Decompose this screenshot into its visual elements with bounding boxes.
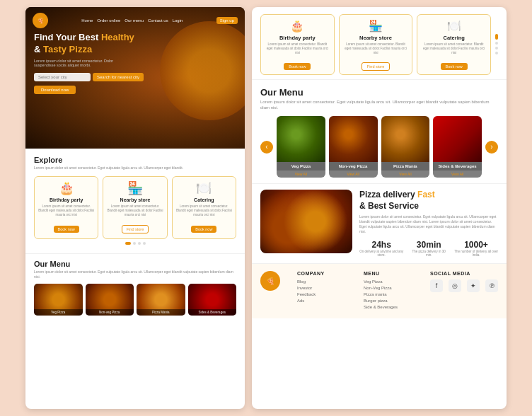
catering-desc: Lorem ipsum sit amet consectetur. Blandi… <box>176 204 232 217</box>
right-dot-4 <box>495 52 498 54</box>
top-store-title: Nearby store <box>343 35 409 41</box>
navigation: 🍕 Home Order online Our menu Contact us … <box>25 13 245 28</box>
dot-2 <box>133 242 136 245</box>
birthday-btn[interactable]: Book now <box>54 226 79 233</box>
pizza-mania-label: Pizza Mania <box>137 309 185 316</box>
footer-company-title: COMPANY <box>297 271 355 276</box>
veg-pizza-thumb[interactable]: Veg Pizza <box>34 284 83 316</box>
footer-beverages[interactable]: Side & Beverages <box>364 305 422 309</box>
dot-3 <box>138 242 141 245</box>
left-panel: 🍕 Home Order online Our menu Contact us … <box>25 7 245 409</box>
menu-desc-left: Lorem ipsum dolor sit amet consectetur. … <box>34 270 236 279</box>
footer-logo: 🍕 <box>260 271 280 291</box>
carousel-prev-arrow[interactable]: ‹ <box>260 141 273 154</box>
beverages-label: Sides & Beverages <box>188 309 237 316</box>
footer-pizza-mania[interactable]: Pizza mania <box>364 292 422 296</box>
stat-hours: 24hs On delivery at anytime and any stor… <box>359 240 403 258</box>
non-veg-pizza-viewall[interactable]: View All <box>329 171 378 178</box>
instagram-icon[interactable]: ◎ <box>449 279 461 292</box>
footer-menu-title: MENU <box>364 271 422 276</box>
stat-time-value: 30min <box>412 240 446 250</box>
footer-non-veg-pizza[interactable]: Non-Veg Pizza <box>364 286 422 290</box>
menu-desc-right: Lorem ipsum dolor sit amet consectetur. … <box>260 99 498 111</box>
pizza-mania-thumb[interactable]: Pizza Mania <box>137 284 185 316</box>
catering-btn[interactable]: Book now <box>191 226 216 233</box>
footer-investor[interactable]: Investor <box>297 286 355 290</box>
store-btn[interactable]: Find store <box>122 225 149 233</box>
search-input[interactable] <box>34 73 91 81</box>
hero-section: 🍕 Home Order online Our menu Contact us … <box>25 7 245 149</box>
delivery-stats: 24hs On delivery at anytime and any stor… <box>359 240 498 258</box>
facebook-icon[interactable]: f <box>430 279 443 292</box>
veg-pizza-image <box>277 116 325 162</box>
veg-pizza-card[interactable]: Veg Pizza View All <box>277 116 325 178</box>
delivery-image <box>260 190 352 253</box>
right-dot-1 <box>495 34 498 40</box>
top-catering-btn[interactable]: Book now <box>441 63 468 70</box>
pizza-mania-viewall[interactable]: View All <box>381 171 430 178</box>
footer-feedback[interactable]: Feedback <box>297 292 355 296</box>
stat-time-label: The pizza delivery in 30 min. <box>412 250 446 258</box>
footer-veg-pizza[interactable]: Veg Pizza <box>364 279 422 284</box>
logo: 🍕 <box>33 13 48 28</box>
signin-button[interactable]: Sign up <box>216 17 238 24</box>
carousel-dots <box>34 239 236 248</box>
search-button[interactable]: Search for nearest city <box>93 73 144 81</box>
hero-subtitle: Lorem ipsum dolor sit amet consectetur. … <box>34 59 133 67</box>
beverages-card[interactable]: Sides & Beverages View All <box>433 116 482 178</box>
top-birthday-card: 🎂 Birthday party Lorem ipsum sit amet co… <box>260 14 335 75</box>
veg-pizza-label: Veg Pizza <box>34 309 83 316</box>
menu-carousel-right: ‹ Veg Pizza View All Non-veg Pizza View … <box>260 116 498 178</box>
footer-logo-section: 🍕 <box>260 271 289 311</box>
footer-ads[interactable]: Ads <box>297 299 355 303</box>
stat-hours-label: On delivery at anytime and any store. <box>359 250 403 258</box>
veg-pizza-viewall[interactable]: View All <box>277 171 325 178</box>
delivery-section: Pizza delivery Fast & Best Service Lorem… <box>252 183 507 263</box>
nav-links: Home Order online Our menu Contact us Lo… <box>81 18 183 23</box>
footer-company-col: COMPANY Blog Investor Feedback Ads <box>297 271 355 311</box>
delivery-desc: Lorem ipsum dolor sit amet consectetur. … <box>359 214 498 234</box>
nav-order[interactable]: Order online <box>97 18 120 23</box>
catering-icon: 🍽️ <box>176 182 232 195</box>
nav-contact[interactable]: Contact us <box>148 18 168 23</box>
footer-social-col: SOCIAL MEDIA f ◎ ✦ ℗ <box>430 271 498 311</box>
footer-menu-col: MENU Veg Pizza Non-Veg Pizza Pizza mania… <box>364 271 422 311</box>
stat-hours-value: 24hs <box>359 240 403 250</box>
beverages-thumb[interactable]: Sides & Beverages <box>188 284 237 316</box>
twitter-icon[interactable]: ✦ <box>467 279 480 292</box>
top-catering-desc: Lorem ipsum sit amet consectetur. Blandi… <box>421 42 487 55</box>
top-catering-title: Catering <box>421 35 487 41</box>
stat-time: 30min The pizza delivery in 30 min. <box>412 240 446 258</box>
top-birthday-btn[interactable]: Book now <box>284 63 311 70</box>
non-veg-pizza-card[interactable]: Non-veg Pizza View All <box>329 116 378 178</box>
nav-home[interactable]: Home <box>81 18 93 23</box>
search-bar: Search for nearest city <box>34 73 144 81</box>
top-birthday-icon: 🎂 <box>265 19 330 33</box>
top-cards-section: 🎂 Birthday party Lorem ipsum sit amet co… <box>252 7 507 80</box>
menu-carousel-left: Veg Pizza Non-veg Pizza Pizza Mania Side… <box>34 284 236 316</box>
non-veg-pizza-thumb[interactable]: Non-veg Pizza <box>86 284 134 316</box>
hero-title: Find Your Best Healthy & Tasty Pizza <box>34 32 144 56</box>
menu-section-left: Our Menu Lorem ipsum dolor sit amet cons… <box>25 253 245 320</box>
hero-content: Find Your Best Healthy & Tasty Pizza Lor… <box>34 32 144 94</box>
footer-burger-pizza[interactable]: Burger pizza <box>364 299 422 303</box>
pizza-mania-card[interactable]: Pizza Mania View All <box>381 116 430 178</box>
pizza-mania-card-label: Pizza Mania <box>381 162 430 171</box>
beverages-viewall[interactable]: View All <box>433 171 482 178</box>
beverages-image <box>433 116 482 162</box>
top-store-btn[interactable]: Find store <box>362 62 390 71</box>
beverages-card-label: Sides & Beverages <box>433 162 482 171</box>
download-button[interactable]: Download now <box>34 86 76 94</box>
footer: 🍕 COMPANY Blog Investor Feedback Ads MEN… <box>252 263 507 318</box>
pinterest-icon[interactable]: ℗ <box>485 279 498 292</box>
dot-4 <box>143 242 146 245</box>
nav-menu[interactable]: Our menu <box>125 18 144 23</box>
carousel-next-arrow[interactable]: › <box>485 141 498 154</box>
pizza-mania-image <box>381 116 430 162</box>
nav-login[interactable]: Login <box>173 18 183 23</box>
birthday-icon: 🎂 <box>38 182 94 195</box>
top-catering-icon: 🍽️ <box>421 19 487 33</box>
footer-blog[interactable]: Blog <box>297 279 355 284</box>
top-catering-card: 🍽️ Catering Lorem ipsum sit amet consect… <box>417 14 491 75</box>
social-icons-row: f ◎ ✦ ℗ <box>430 279 498 292</box>
